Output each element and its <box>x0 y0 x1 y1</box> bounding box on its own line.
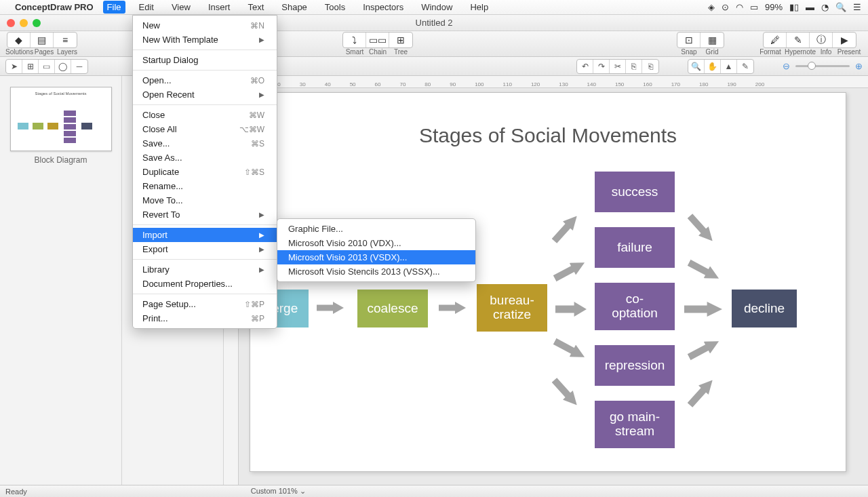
page-thumbnail[interactable]: Stages of Social Movements <box>10 87 112 151</box>
layers-label: Layers <box>56 48 79 56</box>
redo-button[interactable]: ↷ <box>593 60 610 73</box>
file-menu-item[interactable]: Print...⌘P <box>133 311 277 325</box>
file-menu-item[interactable]: Document Properties... <box>133 277 277 291</box>
node-failure[interactable]: failure <box>595 227 675 268</box>
node-repression[interactable]: repression <box>595 345 675 386</box>
file-menu-item[interactable]: Duplicate⇧⌘S <box>133 165 277 179</box>
battery-text[interactable]: 99% <box>765 2 783 12</box>
node-success[interactable]: success <box>595 172 675 212</box>
ellipse-tool[interactable]: ◯ <box>55 60 71 73</box>
zoom-indicator[interactable]: Custom 101% ⌄ <box>251 487 306 496</box>
file-menu-item[interactable]: Save As... <box>133 151 277 165</box>
secondary-toolbar: ➤ ⊞ ▭ ◯ ─ ↶ ↷ ✂ ⎘ ⎗ 🔍 ✋ ▲ ✎ ⊖ ⊕ <box>0 57 868 76</box>
display-icon[interactable]: ▭ <box>750 2 758 12</box>
zoom-window-button[interactable] <box>33 19 41 27</box>
zoom-tool[interactable]: 🔍 <box>688 60 705 73</box>
file-menu-item[interactable]: Open Recent▶ <box>133 87 277 102</box>
format-button[interactable]: 🖉 <box>764 33 787 47</box>
layers-button[interactable]: ≡ <box>54 33 77 47</box>
smart-button[interactable]: ⤵ <box>343 33 366 47</box>
arrow-icon <box>549 212 582 246</box>
file-menu-item[interactable]: Startup Dialog <box>133 53 277 67</box>
menu-icon[interactable]: ☰ <box>853 2 861 12</box>
arrow-icon <box>685 212 717 246</box>
menu-edit[interactable]: Edit <box>135 1 158 14</box>
file-menu-item[interactable]: Save...⌘S <box>133 136 277 151</box>
import-submenu-item[interactable]: Microsoft Visio 2010 (VDX)... <box>277 236 475 250</box>
snap-button[interactable]: ⊡ <box>677 33 701 47</box>
chain-button[interactable]: ▭▭ <box>366 33 389 47</box>
node-cooptation[interactable]: co- optation <box>595 283 675 330</box>
file-menu-item[interactable]: Close All⌥⌘W <box>133 122 277 136</box>
info-button[interactable]: ⓘ <box>810 33 833 47</box>
file-menu-item[interactable]: Page Setup...⇧⌘P <box>133 297 277 311</box>
menu-inspectors[interactable]: Inspectors <box>359 1 408 14</box>
import-submenu-item[interactable]: Graphic File... <box>277 222 475 236</box>
pointer-tool[interactable]: ➤ <box>6 60 22 73</box>
rect-tool[interactable]: ▭ <box>39 60 55 73</box>
page[interactable]: Stages of Social Movements emerge coales… <box>250 92 846 472</box>
node-decline[interactable]: decline <box>732 290 797 327</box>
app-name[interactable]: ConceptDraw PRO <box>15 2 94 12</box>
zoom-in-icon[interactable]: ⊕ <box>855 61 863 71</box>
menu-view[interactable]: View <box>167 1 195 14</box>
tree-button[interactable]: ⊞ <box>389 33 412 47</box>
menu-insert[interactable]: Insert <box>204 1 235 14</box>
present-button[interactable]: ▶ <box>833 33 856 47</box>
zoom-out-icon[interactable]: ⊖ <box>783 61 790 71</box>
grid-button[interactable]: ▦ <box>701 33 724 47</box>
minimize-window-button[interactable] <box>20 19 28 27</box>
zoom-slider[interactable]: ⊖ ⊕ <box>783 61 863 71</box>
menu-file[interactable]: File <box>103 1 125 14</box>
menu-shape[interactable]: Shape <box>277 1 311 14</box>
text-tool[interactable]: ⊞ <box>22 60 39 73</box>
cut-button[interactable]: ✂ <box>610 60 626 73</box>
time-icon[interactable]: ◔ <box>821 2 829 12</box>
import-submenu-item[interactable]: Microsoft Visio Stencils 2013 (VSSX)... <box>277 264 475 279</box>
solutions-label: Solutions <box>5 48 33 56</box>
file-menu-item[interactable]: Close⌘W <box>133 108 277 122</box>
close-window-button[interactable] <box>7 19 15 27</box>
present-label: Present <box>835 48 863 56</box>
file-menu-item[interactable]: Open...⌘O <box>133 73 277 87</box>
file-menu-item[interactable]: Move To... <box>133 193 277 207</box>
hand-tool[interactable]: ✋ <box>705 60 721 73</box>
view-tools: 🔍 ✋ ▲ ✎ <box>688 59 754 74</box>
file-menu-item[interactable]: New⌘N <box>133 18 277 33</box>
eyedrop-tool[interactable]: ✎ <box>737 60 753 73</box>
import-submenu-item[interactable]: Microsoft Visio 2013 (VSDX)... <box>277 250 475 264</box>
file-menu-item[interactable]: Import▶ <box>133 228 277 242</box>
node-bureaucratize[interactable]: bureau- cratize <box>477 284 547 332</box>
menu-tools[interactable]: Tools <box>321 1 349 14</box>
paste-button[interactable]: ⎗ <box>642 60 658 73</box>
wifi-icon[interactable]: ◠ <box>736 2 743 12</box>
stamp-tool[interactable]: ▲ <box>721 60 737 73</box>
flag-icon[interactable]: ▬ <box>806 2 814 12</box>
file-menu-item[interactable]: Export▶ <box>133 242 277 256</box>
clock-icon[interactable]: ⊙ <box>722 2 729 12</box>
battery-icon[interactable]: ▮▯ <box>789 2 799 12</box>
file-menu-item[interactable]: Rename... <box>133 179 277 193</box>
hypernote-button[interactable]: ✎ <box>787 33 810 47</box>
menu-text[interactable]: Text <box>243 1 268 14</box>
file-menu-item[interactable]: Revert To▶ <box>133 207 277 222</box>
horizontal-ruler: 102030 405060 708090 100110120 130140150… <box>239 76 868 88</box>
thumb-label: Block Diagram <box>5 155 116 165</box>
line-tool[interactable]: ─ <box>71 60 87 73</box>
solutions-button[interactable]: ◆ <box>7 33 31 47</box>
file-menu-item[interactable]: New With Template▶ <box>133 33 277 47</box>
copy-button[interactable]: ⎘ <box>626 60 642 73</box>
menu-help[interactable]: Help <box>466 1 492 14</box>
canvas[interactable]: Stages of Social Movements emerge coales… <box>239 88 868 485</box>
node-gomainstream[interactable]: go main- stream <box>595 401 675 448</box>
node-coalesce[interactable]: coalesce <box>357 290 428 327</box>
undo-button[interactable]: ↶ <box>577 60 593 73</box>
thumb-title: Stages of Social Movements <box>11 87 111 96</box>
edit-tools: ↶ ↷ ✂ ⎘ ⎗ <box>576 59 659 74</box>
menu-window[interactable]: Window <box>417 1 456 14</box>
file-menu-item[interactable]: Library▶ <box>133 262 277 277</box>
diamond-icon[interactable]: ◈ <box>708 2 715 12</box>
tree-label: Tree <box>389 48 412 56</box>
pages-button[interactable]: ▤ <box>31 33 54 47</box>
search-icon[interactable]: 🔍 <box>835 2 846 12</box>
